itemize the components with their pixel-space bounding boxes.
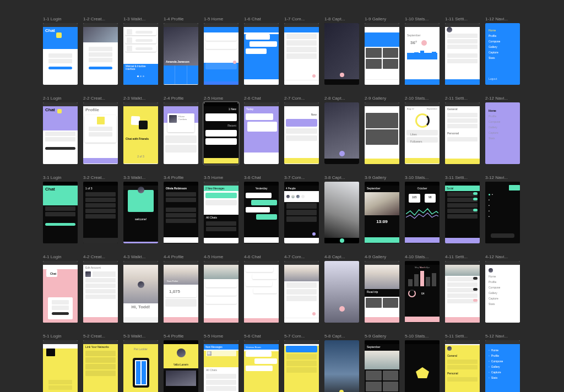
artboard-3-3[interactable]: 3-3 Walkt... welcome! bbox=[123, 175, 158, 243]
artboard-1-10[interactable]: 1-10 Stats... September 36° bbox=[405, 17, 440, 85]
artboard-2-10[interactable]: 2-10 Stats... Aug 22September Likes Foll… bbox=[405, 96, 440, 164]
artboard-4-8[interactable]: 4-8 Capt... bbox=[324, 254, 359, 323]
artboard-2-7[interactable]: 2-7 Com... New bbox=[284, 96, 319, 164]
screen-preview[interactable] bbox=[204, 261, 238, 323]
screen-preview[interactable]: General Personal bbox=[445, 102, 480, 164]
artboard-1-6[interactable]: 1-6 Chat bbox=[244, 17, 279, 85]
artboard-3-12[interactable]: 3-12 Navi... • •••• bbox=[485, 175, 520, 243]
artboard-1-3[interactable]: 1-3 Walkt... Minimal & Intuitive Interfa… bbox=[123, 17, 158, 85]
screen-preview[interactable]: HomeProfileCompose GalleryCaptureStats bbox=[485, 261, 520, 323]
screen-preview[interactable]: Elaine Cordova bbox=[164, 102, 198, 164]
artboard-4-2[interactable]: 4-2 Creat... Edit Account bbox=[83, 254, 118, 323]
screen-preview[interactable] bbox=[324, 340, 359, 392]
screen-preview[interactable]: Vallot Lazarin bbox=[164, 340, 198, 392]
screen-preview[interactable]: Chat bbox=[43, 182, 78, 243]
screen-preview[interactable]: 1 of 3 bbox=[83, 182, 118, 243]
artboard-4-3[interactable]: 4-3 Walkt... Hi, Todd! bbox=[123, 254, 158, 323]
artboard-1-4[interactable]: 1-4 Profile Amanda Jameson bbox=[164, 17, 198, 85]
artboard-4-9[interactable]: 4-9 Gallery Road trip bbox=[365, 254, 399, 323]
screen-preview[interactable] bbox=[405, 340, 440, 392]
artboard-2-6[interactable]: 2-6 Chat Today bbox=[244, 96, 279, 164]
screen-preview[interactable] bbox=[284, 23, 319, 85]
screen-preview[interactable] bbox=[324, 102, 359, 164]
artboard-4-10[interactable]: 4-10 Stats... May March Apr 64 bbox=[405, 254, 440, 323]
screen-preview[interactable]: September 36° bbox=[405, 23, 440, 85]
artboard-5-12[interactable]: 5-12 Navi... ◦Home ◦Profile ◦Compose ◦Ga… bbox=[485, 334, 520, 392]
artboard-2-8[interactable]: 2-8 Capt... bbox=[324, 96, 359, 164]
screen-preview[interactable]: Link Your Networks bbox=[83, 340, 118, 392]
screen-preview[interactable] bbox=[445, 261, 480, 323]
artboard-1-11[interactable]: 1-11 Setti... bbox=[445, 17, 480, 85]
artboard-2-11[interactable]: 2-11 Setti... General Personal bbox=[445, 96, 480, 164]
screen-preview[interactable] bbox=[244, 23, 279, 85]
artboard-1-12[interactable]: 1-12 Navi... Home Profile Compose Galler… bbox=[485, 17, 520, 85]
artboard-3-4[interactable]: 3-4 Profile Olivia Robinson bbox=[164, 175, 198, 243]
screen-preview[interactable]: Minimal & Intuitive Interface bbox=[123, 23, 158, 85]
screen-preview[interactable]: Olivia Robinson bbox=[164, 182, 198, 243]
artboard-3-5[interactable]: 3-5 Home 2 New Messages All Chats bbox=[204, 175, 238, 243]
screen-preview[interactable]: September 13:09 bbox=[365, 182, 399, 243]
screen-preview[interactable]: Social bbox=[445, 182, 480, 243]
artboard-3-2[interactable]: 3-2 Creat... 1 of 3 bbox=[83, 175, 118, 243]
screen-preview[interactable] bbox=[324, 23, 359, 85]
artboard-2-3[interactable]: 2-3 Walkt... Chat with Friends 2 of 3 bbox=[123, 96, 158, 164]
screen-preview[interactable]: Today bbox=[244, 102, 279, 164]
artboard-5-7[interactable]: 5-7 Com... bbox=[284, 334, 319, 392]
screen-preview[interactable] bbox=[324, 261, 359, 323]
screen-preview[interactable]: General Personal bbox=[445, 340, 480, 392]
artboard-2-5[interactable]: 2-5 Home 1 New Recent bbox=[204, 96, 238, 164]
screen-preview[interactable]: 4 People bbox=[284, 182, 319, 243]
screen-preview[interactable]: Edit Account bbox=[83, 261, 118, 323]
screen-preview[interactable] bbox=[43, 340, 78, 392]
artboard-5-3[interactable]: 5-3 Walkt... Pat Lockler bbox=[123, 334, 158, 392]
screen-preview[interactable] bbox=[284, 340, 319, 392]
screen-preview[interactable]: Amanda Jameson bbox=[164, 23, 198, 85]
screen-preview[interactable]: welcome! bbox=[123, 182, 158, 243]
artboard-4-12[interactable]: 4-12 Navi... HomeProfileCompose GalleryC… bbox=[485, 254, 520, 323]
artboard-4-6[interactable]: 4-6 Chat bbox=[244, 254, 279, 323]
screen-preview[interactable]: Yesterday bbox=[244, 182, 279, 243]
artboard-5-11[interactable]: 5-11 Setti... General Personal bbox=[445, 334, 480, 392]
artboard-4-7[interactable]: 4-7 Com... bbox=[284, 254, 319, 323]
artboard-2-2[interactable]: 2-2 Creat... Profile bbox=[83, 96, 118, 164]
artboard-3-7[interactable]: 3-7 Com... 4 People bbox=[284, 175, 319, 243]
artboard-5-8[interactable]: 5-8 Capt... bbox=[324, 334, 359, 392]
screen-preview[interactable]: 2 New Messages All Chats bbox=[204, 182, 238, 243]
screen-preview[interactable]: Home Profile Compose Gallery Capture Sta… bbox=[485, 23, 520, 85]
screen-preview[interactable]: Aug 22September Likes Followers bbox=[405, 102, 440, 164]
artboard-3-11[interactable]: 3-11 Setti... Social bbox=[445, 175, 480, 243]
artboard-3-9[interactable]: 3-9 Gallery September 13:09 bbox=[365, 175, 399, 243]
screen-preview[interactable]: ◦Home ◦Profile ◦Compose ◦Gallery ◦Captur… bbox=[485, 340, 520, 392]
screen-preview[interactable] bbox=[244, 261, 279, 323]
screen-preview[interactable]: Venessa Brown bbox=[244, 340, 279, 392]
artboard-2-12[interactable]: 2-12 Navi... Home Profile Compose Galler… bbox=[485, 96, 520, 164]
screen-preview[interactable]: Chat with Friends 2 of 3 bbox=[123, 102, 158, 164]
screen-preview[interactable]: Hi, Todd! bbox=[123, 261, 158, 323]
screen-preview[interactable] bbox=[365, 102, 399, 164]
artboard-4-1[interactable]: 4-1 Login Chat bbox=[43, 254, 78, 323]
screen-preview[interactable]: Pat Lockler bbox=[123, 340, 158, 392]
artboard-3-10[interactable]: 3-10 Stats... October 165 98 bbox=[405, 175, 440, 243]
screen-preview[interactable] bbox=[204, 23, 238, 85]
screen-preview[interactable]: Profile bbox=[83, 102, 118, 164]
screen-preview[interactable] bbox=[83, 23, 118, 85]
artboard-5-5[interactable]: 5-5 Home New Messages All Chats bbox=[204, 334, 238, 392]
artboard-grid[interactable]: 1-1 Login Chat 1-2 Creat... 1-3 Walkt...… bbox=[0, 0, 564, 392]
artboard-2-1[interactable]: 2-1 Login Chat bbox=[43, 96, 78, 164]
screen-preview[interactable]: New bbox=[284, 102, 319, 164]
screen-preview[interactable] bbox=[445, 23, 480, 85]
artboard-4-5[interactable]: 4-5 Home bbox=[204, 254, 238, 323]
screen-preview[interactable]: May March Apr 64 bbox=[405, 261, 440, 323]
artboard-1-1[interactable]: 1-1 Login Chat bbox=[43, 17, 78, 85]
screen-preview[interactable]: Road trip bbox=[365, 261, 399, 323]
screen-preview[interactable]: Home Profile Compose Gallery Capture Sta… bbox=[485, 102, 520, 164]
artboard-5-10[interactable]: 5-10 Stats... bbox=[405, 334, 440, 392]
artboard-3-6[interactable]: 3-6 Chat Yesterday bbox=[244, 175, 279, 243]
artboard-5-1[interactable]: 5-1 Login bbox=[43, 334, 78, 392]
screen-preview[interactable]: • •••• bbox=[485, 182, 520, 243]
screen-preview[interactable]: September bbox=[365, 340, 399, 392]
screen-preview[interactable]: 1 New Recent bbox=[204, 102, 238, 164]
screen-preview[interactable]: New Messages All Chats bbox=[204, 340, 238, 392]
artboard-1-2[interactable]: 1-2 Creat... bbox=[83, 17, 118, 85]
screen-preview[interactable]: Chat bbox=[43, 23, 78, 85]
